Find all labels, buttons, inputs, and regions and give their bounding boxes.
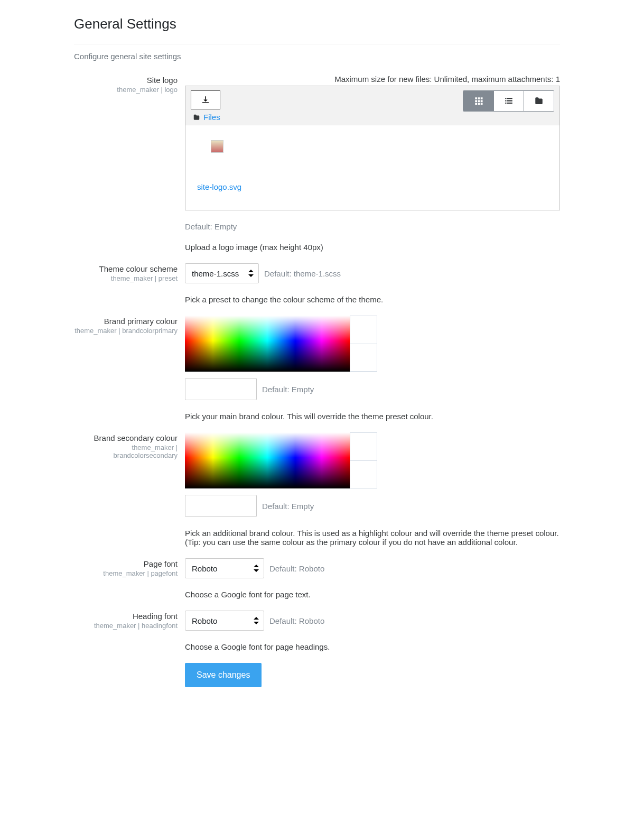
secondary-color-picker[interactable]	[185, 432, 560, 488]
view-list-button[interactable]	[493, 91, 524, 111]
label-preset: Theme colour scheme	[74, 264, 178, 273]
svg-rect-4	[478, 100, 480, 103]
color-spectrum[interactable]	[185, 432, 350, 488]
svg-rect-1	[478, 97, 480, 99]
default-logo: Default: Empty	[185, 222, 560, 231]
sub-headingfont: theme_maker | headingfont	[74, 622, 178, 630]
svg-rect-3	[475, 100, 477, 103]
list-icon	[504, 96, 514, 106]
label-primary: Brand primary colour	[74, 317, 178, 326]
svg-rect-13	[505, 103, 506, 104]
pagefont-select[interactable]: Roboto	[185, 558, 264, 578]
desc-preset: Pick a preset to change the colour schem…	[185, 295, 560, 304]
view-tree-button[interactable]	[524, 91, 554, 111]
default-secondary: Default: Empty	[262, 502, 314, 511]
sub-primary: theme_maker | brandcolorprimary	[74, 327, 178, 335]
desc-primary: Pick your main brand colour. This will o…	[185, 412, 560, 421]
sub-pagefont: theme_maker | pagefont	[74, 569, 178, 577]
secondary-color-input[interactable]	[185, 495, 257, 517]
folder-solid-icon	[534, 96, 544, 106]
color-swatch-new[interactable]	[350, 461, 377, 489]
label-secondary: Brand secondary colour	[74, 433, 178, 442]
files-label: Files	[203, 113, 220, 122]
default-preset: Default: theme-1.scss	[264, 269, 341, 278]
files-breadcrumb[interactable]: Files	[193, 113, 220, 122]
svg-rect-12	[507, 100, 512, 101]
headingfont-select[interactable]: Roboto	[185, 611, 264, 631]
save-button[interactable]: Save changes	[185, 663, 262, 687]
label-pagefont: Page font	[74, 559, 178, 568]
sub-site-logo: theme_maker | logo	[74, 86, 178, 94]
page-title: General Settings	[74, 16, 560, 32]
desc-pagefont: Choose a Google font for page text.	[185, 590, 560, 599]
upload-button[interactable]	[191, 90, 220, 109]
color-spectrum[interactable]	[185, 316, 350, 372]
default-pagefont: Default: Roboto	[269, 564, 324, 573]
desc-secondary: Pick an additional brand colour. This is…	[185, 529, 560, 547]
svg-rect-10	[507, 98, 512, 99]
primary-color-input[interactable]	[185, 378, 257, 400]
grid-icon	[474, 96, 483, 106]
svg-rect-8	[480, 103, 482, 105]
divider	[74, 44, 560, 44]
sub-secondary: theme_maker | brandcolorsecondary	[74, 444, 178, 459]
default-headingfont: Default: Roboto	[269, 616, 324, 625]
label-headingfont: Heading font	[74, 612, 178, 621]
color-swatch-current[interactable]	[350, 432, 377, 461]
svg-rect-5	[480, 100, 482, 103]
file-picker: Files	[185, 86, 560, 210]
file-name[interactable]: site-logo.svg	[197, 182, 550, 191]
primary-color-picker[interactable]	[185, 316, 560, 372]
svg-rect-11	[505, 100, 506, 101]
color-swatch-current[interactable]	[350, 316, 377, 344]
view-toggle	[463, 90, 554, 112]
page-subtitle: Configure general site settings	[74, 52, 560, 61]
svg-rect-7	[478, 103, 480, 105]
folder-icon	[193, 114, 200, 121]
file-limit-info: Maximum size for new files: Unlimited, m…	[185, 75, 560, 84]
desc-headingfont: Choose a Google font for page headings.	[185, 642, 560, 651]
color-swatch-new[interactable]	[350, 344, 377, 372]
svg-rect-14	[507, 103, 512, 104]
label-site-logo: Site logo	[74, 76, 178, 85]
svg-rect-0	[475, 97, 477, 99]
svg-rect-9	[505, 98, 506, 99]
view-grid-button[interactable]	[463, 91, 493, 111]
sub-preset: theme_maker | preset	[74, 274, 178, 282]
svg-rect-6	[475, 103, 477, 105]
download-icon	[201, 95, 210, 105]
desc-logo: Upload a logo image (max height 40px)	[185, 243, 560, 252]
svg-rect-2	[480, 97, 482, 99]
file-thumbnail[interactable]	[211, 140, 223, 153]
default-primary: Default: Empty	[262, 385, 314, 394]
preset-select[interactable]: theme-1.scss	[185, 263, 259, 283]
